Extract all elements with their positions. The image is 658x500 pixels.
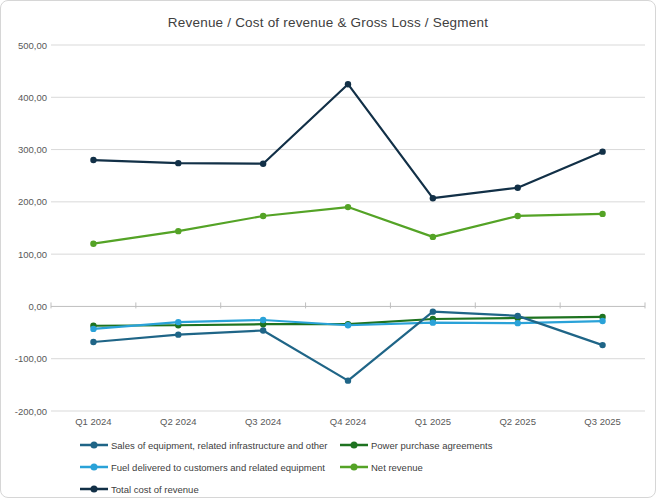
data-point xyxy=(260,213,266,219)
x-axis-tick-label: Q1 2024 xyxy=(75,416,111,427)
data-point xyxy=(515,213,521,219)
data-point xyxy=(90,326,96,332)
x-axis-tick-label: Q2 2024 xyxy=(160,416,196,427)
y-axis-tick-label: 400,00 xyxy=(18,92,47,103)
data-point xyxy=(345,81,351,87)
x-axis-tick-label: Q1 2025 xyxy=(415,416,451,427)
legend-marker-icon xyxy=(79,484,109,494)
data-point xyxy=(260,327,266,333)
data-point xyxy=(430,319,436,325)
data-point xyxy=(175,228,181,234)
data-point xyxy=(430,308,436,314)
data-point xyxy=(599,318,605,324)
legend-marker-icon xyxy=(79,462,109,472)
x-axis-tick-label: Q3 2025 xyxy=(584,416,620,427)
data-point xyxy=(430,195,436,201)
data-point xyxy=(90,339,96,345)
data-point xyxy=(430,234,436,240)
series-line xyxy=(93,207,602,244)
data-point xyxy=(175,160,181,166)
data-point xyxy=(175,319,181,325)
chart-plot-area: 500,00400,00300,00200,00100,000,00-100,0… xyxy=(1,1,656,498)
x-axis-tick-label: Q2 2025 xyxy=(499,416,535,427)
legend-item: Sales of equipment, related infrastructu… xyxy=(79,437,337,453)
data-point xyxy=(90,240,96,246)
data-point xyxy=(345,377,351,383)
data-point xyxy=(345,322,351,328)
legend-marker-icon xyxy=(79,440,109,450)
y-axis-tick-label: -100,00 xyxy=(15,353,47,364)
data-point xyxy=(260,317,266,323)
data-point xyxy=(515,185,521,191)
legend-item: Fuel delivered to customers and related … xyxy=(79,459,337,475)
y-axis-tick-label: 500,00 xyxy=(18,40,47,51)
y-axis-tick-label: 0,00 xyxy=(29,301,48,312)
data-point xyxy=(90,157,96,163)
legend-label: Power purchase agreements xyxy=(371,440,492,451)
y-axis-tick-label: 100,00 xyxy=(18,249,47,260)
data-point xyxy=(599,342,605,348)
data-point xyxy=(515,320,521,326)
series-line xyxy=(93,84,602,198)
data-point xyxy=(345,204,351,210)
legend-label: Fuel delivered to customers and related … xyxy=(111,462,325,473)
legend-marker-icon xyxy=(339,462,369,472)
x-axis-tick-label: Q3 2024 xyxy=(245,416,281,427)
legend-marker-icon xyxy=(339,440,369,450)
legend-item: Total cost of revenue xyxy=(79,481,337,497)
y-axis-tick-label: 300,00 xyxy=(18,144,47,155)
data-point xyxy=(175,331,181,337)
legend-label: Net revenue xyxy=(371,462,423,473)
legend-item: Net revenue xyxy=(339,459,492,475)
legend-item: Power purchase agreements xyxy=(339,437,492,453)
x-axis-tick-label: Q4 2024 xyxy=(330,416,366,427)
chart-window: Revenue / Cost of revenue & Gross Loss /… xyxy=(0,0,656,498)
legend-label: Total cost of revenue xyxy=(111,484,199,495)
data-point xyxy=(599,148,605,154)
data-point xyxy=(599,211,605,217)
legend-label: Sales of equipment, related infrastructu… xyxy=(111,440,328,451)
chart-legend: Sales of equipment, related infrastructu… xyxy=(79,437,492,497)
y-axis-tick-label: -200,00 xyxy=(15,406,47,417)
data-point xyxy=(515,313,521,319)
data-point xyxy=(260,160,266,166)
y-axis-tick-label: 200,00 xyxy=(18,196,47,207)
